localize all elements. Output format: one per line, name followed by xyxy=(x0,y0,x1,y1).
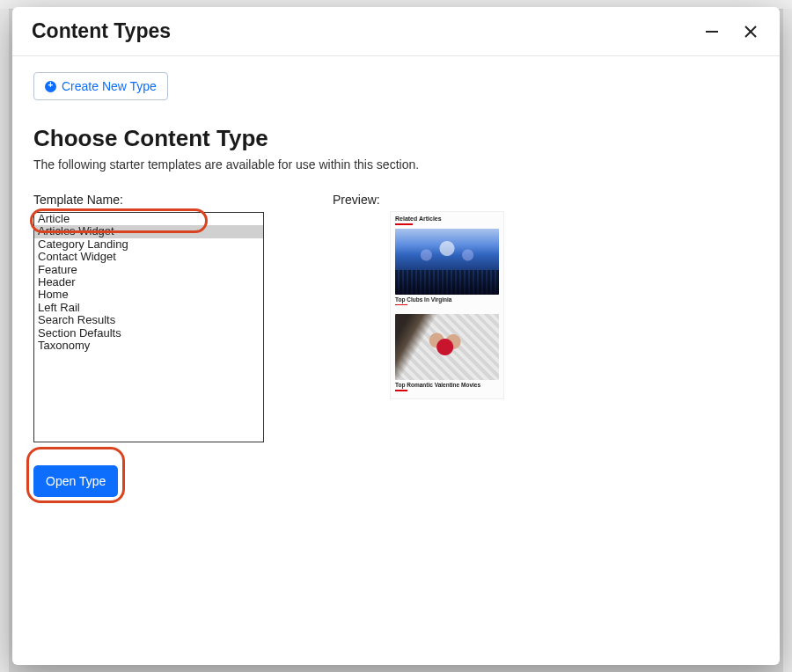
modal-body: Create New Type Choose Content Type The … xyxy=(12,56,780,665)
open-type-button[interactable]: Open Type xyxy=(33,465,118,497)
create-new-type-button[interactable]: Create New Type xyxy=(33,72,168,100)
preview-caption-2-underline xyxy=(395,390,407,391)
preview-image-1 xyxy=(395,229,499,295)
template-list-item[interactable]: Header xyxy=(34,276,263,289)
preview-heading-underline xyxy=(395,223,413,225)
preview-caption-1: Top Clubs In Virginia xyxy=(395,296,499,303)
minimize-button[interactable] xyxy=(702,22,722,41)
chooser-row: Template Name: ArticleArticles WidgetCat… xyxy=(33,193,759,497)
minimize-icon xyxy=(704,24,720,40)
preview-column: Preview: Related Articles Top Clubs In V… xyxy=(333,193,503,497)
plus-circle-icon xyxy=(45,81,56,92)
content-types-modal: Content Types Create New Type Choose Con… xyxy=(12,7,780,665)
template-column: Template Name: ArticleArticles WidgetCat… xyxy=(33,193,297,497)
template-list[interactable]: ArticleArticles WidgetCategory LandingCo… xyxy=(33,212,264,442)
preview-thumbnail: Related Articles Top Clubs In Virginia T… xyxy=(391,212,503,398)
section-description: The following starter templates are avai… xyxy=(33,157,759,172)
template-list-item[interactable]: Contact Widget xyxy=(34,251,263,263)
template-list-item[interactable]: Home xyxy=(34,289,263,301)
create-new-type-label: Create New Type xyxy=(62,79,157,93)
template-list-item[interactable]: Section Defaults xyxy=(34,327,263,340)
template-list-item[interactable]: Left Rail xyxy=(34,302,263,314)
template-list-item[interactable]: Category Landing xyxy=(34,238,263,251)
preview-caption-2: Top Romantic Valentine Movies xyxy=(395,382,499,389)
template-list-item[interactable]: Feature xyxy=(34,264,263,276)
modal-title: Content Types xyxy=(32,19,171,43)
open-type-label: Open Type xyxy=(46,474,106,488)
close-button[interactable] xyxy=(741,22,760,41)
template-list-item[interactable]: Search Results xyxy=(34,314,263,326)
close-icon xyxy=(743,24,759,40)
template-name-label: Template Name: xyxy=(33,193,297,207)
template-list-item[interactable]: Articles Widget xyxy=(34,225,263,237)
modal-header: Content Types xyxy=(12,7,780,56)
preview-heading: Related Articles xyxy=(395,215,499,222)
preview-caption-1-underline xyxy=(395,304,407,306)
template-list-item[interactable]: Taxonomy xyxy=(34,340,263,352)
modal-header-actions xyxy=(702,22,760,41)
preview-label: Preview: xyxy=(333,193,503,207)
section-title: Choose Content Type xyxy=(33,125,759,152)
template-list-item[interactable]: Article xyxy=(34,213,263,225)
preview-image-2 xyxy=(395,314,499,380)
